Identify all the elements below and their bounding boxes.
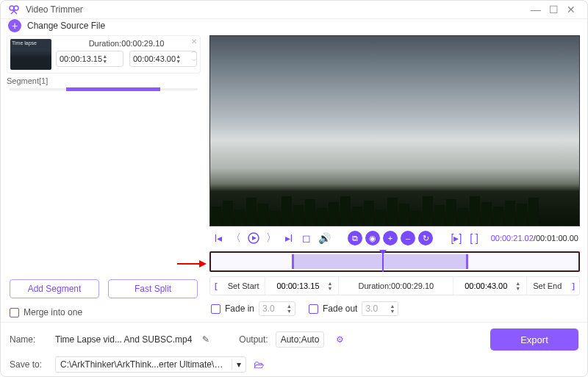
close-button[interactable]: ✕ (562, 1, 580, 18)
set-start-button[interactable]: Set Start (222, 277, 265, 295)
app-window: Video Trimmer — ☐ ✕ + Change Source File… (0, 0, 588, 377)
duration-display: Duration:00:00:29.10 (339, 277, 453, 295)
fade-in-checkbox[interactable] (211, 304, 220, 314)
fast-split-button[interactable]: Fast Split (108, 279, 198, 298)
fade-row: Fade in 3.0▲▼ Fade out 3.0▲▼ (209, 295, 580, 322)
maximize-button[interactable]: ☐ (545, 1, 562, 18)
callout-arrow-icon (177, 260, 207, 268)
merge-label: Merge into one (24, 307, 82, 317)
fade-out-checkbox[interactable] (309, 304, 318, 314)
camera-icon[interactable]: ◉ (365, 231, 380, 245)
play-icon[interactable] (246, 231, 261, 245)
step-back-icon[interactable]: 〈 (229, 231, 243, 245)
remove-mark-icon[interactable]: – (401, 231, 415, 245)
minimize-button[interactable]: — (527, 1, 545, 18)
trim-range-slider[interactable] (209, 251, 580, 272)
save-path-value: C:\ArkThinker\ArkThink...erter Ultimate\… (60, 359, 227, 370)
total-time: 00:01:00.00 (536, 234, 578, 243)
segment-duration-label: Duration:00:00:29.10 (56, 39, 197, 48)
output-settings-icon[interactable]: ⚙ (336, 334, 344, 345)
name-label: Name: (10, 334, 48, 345)
save-path-dropdown-icon[interactable]: ▾ (232, 359, 241, 370)
spinner-icon[interactable]: ▲▼ (515, 281, 520, 291)
app-logo-icon (8, 4, 20, 15)
snapshot-group-icon[interactable]: ⧉ (348, 231, 362, 245)
fade-in-label: Fade in (225, 304, 254, 314)
spinner-icon[interactable]: ▲▼ (327, 281, 332, 291)
open-folder-icon[interactable]: 🗁 (254, 359, 264, 370)
bracket-close-icon: ] (567, 281, 579, 290)
segment-start-input[interactable]: 00:00:13.15 ▲▼ (56, 51, 123, 67)
file-name-value: Time Lapse vid... And SUBSC.mp4 (55, 334, 192, 345)
goto-end-icon[interactable]: ▸I (282, 231, 296, 245)
change-source-label[interactable]: Change Source File (27, 21, 105, 31)
end-time-input[interactable]: ▲▼ (453, 277, 526, 295)
segment-mini-timeline[interactable] (10, 88, 198, 90)
playhead-handle[interactable] (380, 250, 387, 256)
fade-in-input[interactable]: 3.0▲▼ (259, 301, 295, 316)
time-readout: 00:00:21.02/00:01:00.00 (491, 234, 578, 243)
playback-controls: I◂ 〈 〉 ▸I ◻ 🔊 ⧉ ◉ + – ↻ [▸] [ ] 00:00:21… (209, 226, 580, 250)
merge-checkbox[interactable] (10, 308, 19, 317)
segment-tag: Segment[1] (7, 76, 201, 85)
output-label: Output: (239, 334, 268, 345)
segment-end-value: 00:00:43.00 (133, 54, 176, 63)
right-panel: I◂ 〈 〉 ▸I ◻ 🔊 ⧉ ◉ + – ↻ [▸] [ ] 00:00:21… (207, 32, 587, 322)
segment-start-value: 00:00:13.15 (60, 54, 102, 63)
mark-in-icon[interactable]: [▸] (449, 231, 464, 245)
left-panel: Time lapse Duration:00:00:29.10 00:00:13… (1, 32, 207, 322)
window-title: Video Trimmer (26, 4, 527, 15)
output-format-select[interactable]: Auto;Auto (276, 331, 325, 348)
volume-icon[interactable]: 🔊 (317, 231, 331, 245)
trim-values-row: [ Set Start ▲▼ Duration:00:00:29.10 ▲▼ S… (209, 276, 580, 295)
main-area: Time lapse Duration:00:00:29.10 00:00:13… (1, 32, 587, 322)
bracket-open-icon: [ (210, 281, 222, 290)
segment-down-icon[interactable]: ﹀ (191, 57, 197, 65)
fade-out-label: Fade out (323, 304, 357, 314)
start-time-input[interactable]: ▲▼ (265, 277, 338, 295)
segment-end-input[interactable]: 00:00:43.00 ▲▼ (129, 51, 197, 67)
thumb-caption: Time lapse (12, 40, 37, 46)
set-end-button[interactable]: Set End (527, 277, 567, 295)
footer: Name: Time Lapse vid... And SUBSC.mp4 ✎ … (1, 322, 587, 377)
goto-start-icon[interactable]: I◂ (211, 231, 226, 245)
spinner-icon[interactable]: ▲▼ (102, 54, 120, 64)
segment-remove-icon[interactable]: ✕ (191, 37, 197, 46)
save-to-label: Save to: (10, 359, 48, 370)
add-mark-icon[interactable]: + (383, 231, 398, 245)
mark-out-icon[interactable]: [ ] (467, 231, 481, 245)
segment-card-controls: ✕ ︿ ﹀ (191, 37, 197, 65)
current-time: 00:00:21.02 (491, 234, 534, 243)
svg-marker-5 (252, 236, 257, 240)
loop-icon[interactable]: ↻ (418, 231, 433, 245)
segment-up-icon[interactable]: ︿ (191, 47, 197, 55)
add-segment-button[interactable]: Add Segment (10, 279, 99, 298)
segment-card[interactable]: Time lapse Duration:00:00:29.10 00:00:13… (7, 35, 201, 73)
step-forward-icon[interactable]: 〉 (264, 231, 279, 245)
save-path-select[interactable]: C:\ArkThinker\ArkThink...erter Ultimate\… (55, 356, 246, 373)
titlebar: Video Trimmer — ☐ ✕ (1, 1, 587, 19)
segment-thumbnail: Time lapse (10, 39, 51, 70)
export-button[interactable]: Export (490, 328, 578, 351)
segment-info: Duration:00:00:29.10 00:00:13.15 ▲▼ 00:0… (56, 39, 197, 70)
fade-out-input[interactable]: 3.0▲▼ (362, 301, 398, 316)
add-source-icon[interactable]: + (8, 19, 21, 32)
edit-name-icon[interactable]: ✎ (202, 334, 209, 345)
video-preview[interactable] (209, 35, 580, 226)
stop-icon[interactable]: ◻ (299, 231, 314, 245)
topbar: + Change Source File (1, 19, 587, 32)
